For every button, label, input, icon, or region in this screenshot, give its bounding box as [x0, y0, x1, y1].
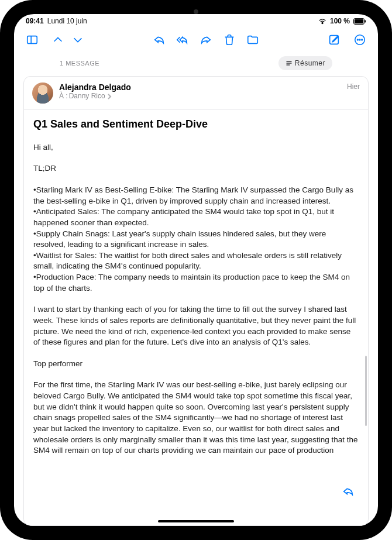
greeting: Hi all, [33, 142, 359, 153]
body-paragraph-2: For the first time, the Starling Mark IV… [33, 380, 359, 456]
email-timestamp: Hier [347, 82, 360, 91]
status-time: 09:41 [26, 17, 44, 25]
home-indicator[interactable] [158, 520, 234, 522]
scroll-indicator[interactable] [365, 356, 367, 426]
tldr-item: •Starling Mark IV as Best-Selling E-bike… [33, 185, 359, 207]
message-count-row: 1 MESSAGE Résumer [14, 51, 378, 75]
battery-percent: 100 % [330, 17, 350, 25]
summarize-icon [286, 60, 293, 67]
more-button[interactable] [350, 30, 370, 49]
svg-point-7 [357, 39, 359, 40]
tldr-item: •Supply Chain Snags: Last year's supply … [33, 229, 359, 250]
tldr-item: •Production Pace: The company needs to m… [33, 272, 359, 294]
quick-reply-button[interactable] [338, 483, 358, 500]
sender-avatar[interactable] [32, 82, 53, 104]
wifi-icon [318, 18, 326, 25]
status-date: Lundi 10 juin [47, 17, 87, 25]
body-paragraph-1: I want to start by thanking each of you … [33, 304, 359, 348]
tldr-list: •Starling Mark IV as Best-Selling E-bike… [33, 185, 359, 294]
email-body[interactable]: Q1 Sales and Sentiment Deep-Dive Hi all,… [24, 110, 368, 525]
email-header[interactable]: Alejandra Delgado À : Danny Rico Hier [24, 77, 368, 110]
compose-button[interactable] [324, 30, 344, 49]
chevron-right-icon [106, 93, 112, 99]
forward-button[interactable] [196, 30, 216, 49]
ipad-frame: 09:41 Lundi 10 juin 100 % [0, 0, 392, 540]
svg-rect-1 [355, 19, 363, 23]
svg-rect-2 [365, 20, 366, 22]
message-count-label: 1 MESSAGE [60, 60, 99, 67]
tldr-item: •Anticipated Sales: The company anticipa… [33, 207, 359, 228]
tldr-item: •Waitlist for Sales: The waitlist for bo… [33, 250, 359, 272]
front-camera [194, 9, 198, 14]
next-message-button[interactable] [68, 30, 88, 49]
section-heading: Top performer [33, 359, 359, 370]
svg-point-8 [359, 39, 360, 40]
to-prefix: À : [59, 92, 68, 100]
recipient-line[interactable]: À : Danny Rico [59, 92, 360, 100]
summarize-label: Résumer [295, 59, 325, 67]
svg-rect-3 [27, 36, 37, 44]
screen: 09:41 Lundi 10 juin 100 % [14, 14, 378, 526]
sidebar-toggle-button[interactable] [22, 30, 42, 49]
email-card: Alejandra Delgado À : Danny Rico Hier Q1… [23, 76, 369, 526]
status-bar: 09:41 Lundi 10 juin 100 % [14, 14, 378, 28]
trash-button[interactable] [219, 30, 239, 49]
previous-message-button[interactable] [48, 30, 68, 49]
reply-button[interactable] [149, 30, 169, 49]
move-to-folder-button[interactable] [243, 30, 263, 49]
tldr-label: TL;DR [33, 163, 359, 174]
summarize-button[interactable]: Résumer [278, 56, 332, 70]
battery-icon [353, 18, 366, 25]
scroll-fade [24, 509, 368, 525]
reply-all-button[interactable] [173, 30, 192, 49]
mail-toolbar [14, 28, 378, 51]
to-name: Danny Rico [69, 92, 105, 100]
svg-point-9 [362, 39, 363, 40]
email-subject: Q1 Sales and Sentiment Deep-Dive [33, 117, 359, 132]
sender-name[interactable]: Alejandra Delgado [59, 82, 360, 92]
